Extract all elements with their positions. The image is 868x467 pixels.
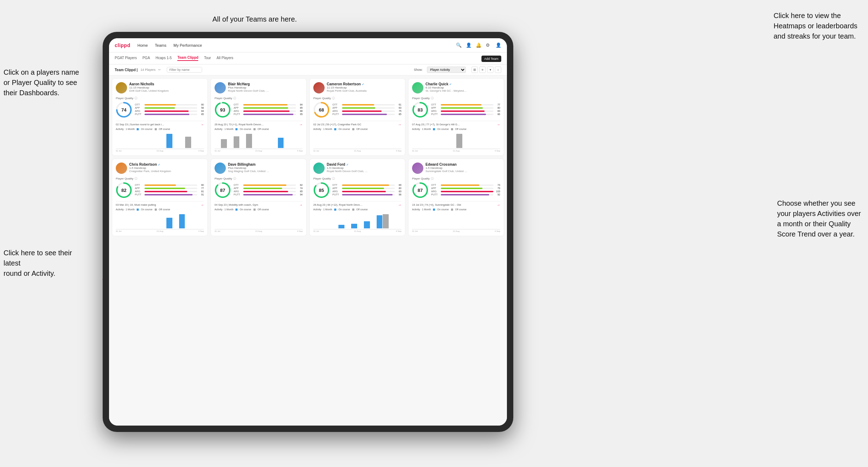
- user-icon[interactable]: 👤: [466, 42, 472, 48]
- quality-stats: OTT 61 APP 63 ARG 75 PUTT 85: [332, 103, 401, 116]
- player-name[interactable]: Blair McHarg: [228, 82, 303, 86]
- quality-content[interactable]: 87 OTT 82 APP 74 ARG 85: [215, 182, 303, 198]
- player-handicap: Plus Handicap: [228, 86, 303, 89]
- latest-round[interactable]: 02 Jul 23 | 59 (+17), Craigmillar Park G…: [313, 121, 401, 126]
- round-arrow-icon[interactable]: →: [299, 123, 303, 126]
- quality-content[interactable]: 82 OTT 60 APP 77 ARG 81: [116, 182, 204, 198]
- latest-round[interactable]: 04 Sep 23 | Mobility with coach, Gym →: [215, 201, 303, 207]
- quality-circle[interactable]: 87: [412, 182, 428, 198]
- round-arrow-icon[interactable]: →: [299, 203, 303, 207]
- round-arrow-icon[interactable]: →: [497, 203, 500, 207]
- sub-nav-pgat[interactable]: PGAT Players: [115, 56, 137, 61]
- player-card[interactable]: Charlie Quick ✓ 6-10 Handicap St. George…: [408, 78, 504, 156]
- player-name[interactable]: Charlie Quick ✓: [426, 82, 500, 86]
- player-club: Sunningdale Golf Club, United Kingdom: [426, 170, 468, 173]
- chart-date: 21 Aug: [354, 230, 361, 232]
- on-course-dot: [235, 128, 238, 130]
- quality-circle[interactable]: 68: [313, 102, 330, 118]
- quality-circle[interactable]: 74: [116, 102, 132, 118]
- quality-circle[interactable]: 93: [215, 102, 231, 118]
- player-info: David Ford ✓ 1-5 Handicap Royal North De…: [327, 163, 401, 173]
- round-arrow-icon[interactable]: →: [497, 123, 500, 126]
- quality-label: Player Quality ⓘ: [313, 177, 401, 181]
- latest-round[interactable]: 19 Jul 23 | 74 (+4), Sunningdale GC - Ol…: [412, 201, 500, 207]
- player-name[interactable]: Edward Crossman: [426, 163, 500, 166]
- activity-header: Activity · 1 Month On course Off course: [116, 128, 204, 130]
- player-card[interactable]: Dave Billingham Plus Handicap Sog Maging…: [211, 159, 307, 236]
- view-icons: ⊞ ≡ ▾ ↕: [472, 67, 501, 73]
- quality-circle[interactable]: 82: [116, 182, 132, 198]
- sort-btn[interactable]: ↕: [495, 67, 501, 73]
- on-course-dot: [433, 128, 435, 130]
- nav-item-home[interactable]: Home: [137, 43, 148, 47]
- quality-circle[interactable]: 83: [412, 102, 428, 118]
- player-club: Royal North Devon Golf Club, United Kit.…: [327, 170, 369, 173]
- latest-round[interactable]: 03 Mar 23 | 19, Must make putting →: [116, 201, 204, 207]
- grid-view-btn[interactable]: ⊞: [472, 67, 478, 73]
- sub-nav-tour[interactable]: Tour: [204, 56, 211, 61]
- player-name[interactable]: David Ford ✓: [327, 163, 401, 166]
- latest-round[interactable]: 26 Aug 23 | 73 (+1), Royal North Devon G…: [215, 121, 303, 126]
- chart-dates: 31 Jul21 Aug4 Sep: [215, 230, 303, 232]
- quality-content[interactable]: 68 OTT 61 APP 63 ARG 75: [313, 102, 401, 118]
- activity-section: Activity · 1 Month On course Off course …: [116, 208, 204, 232]
- round-arrow-icon[interactable]: →: [398, 123, 401, 126]
- player-handicap: 6-10 Handicap: [426, 86, 500, 89]
- annotation-player-name: Click on a players nameor Player Quality…: [4, 67, 79, 98]
- sub-nav-pga[interactable]: PGA: [142, 56, 150, 61]
- sub-nav-team-clippd[interactable]: Team Clippd: [177, 56, 198, 61]
- player-card[interactable]: Blair McHarg Plus Handicap Royal North D…: [211, 78, 307, 156]
- latest-round[interactable]: 02 Sep 23 | Sunrise round to get back in…: [116, 121, 204, 126]
- sub-nav-all-players[interactable]: All Players: [217, 56, 233, 61]
- edit-icon[interactable]: ✏: [158, 68, 161, 72]
- show-select[interactable]: Player Activity Quality Score Trend: [427, 67, 466, 73]
- round-arrow-icon[interactable]: →: [200, 123, 204, 126]
- chart-date: 4 Sep: [495, 150, 500, 152]
- quality-content[interactable]: 83 OTT 77 APP 80 ARG 83: [412, 102, 500, 118]
- show-label: Show:: [414, 68, 423, 72]
- quality-label: Player Quality ⓘ: [215, 177, 303, 181]
- player-card[interactable]: David Ford ✓ 1-5 Handicap Royal North De…: [309, 159, 405, 236]
- player-card[interactable]: Chris Robertson ✓ 1-5 Handicap Craigmill…: [112, 159, 208, 236]
- player-name[interactable]: Cameron Robertson ✓: [327, 82, 401, 86]
- latest-round[interactable]: 07 Aug 23 | 77 (+7), St George's Hill GC…: [412, 121, 500, 126]
- nav-item-teams[interactable]: Teams: [155, 43, 166, 47]
- avatar-icon[interactable]: 👤: [496, 42, 501, 48]
- quality-content[interactable]: 74 OTT 60 APP 58 ARG 84: [116, 102, 204, 118]
- avatar: [215, 82, 226, 93]
- list-view-btn[interactable]: ≡: [479, 67, 486, 73]
- quality-number: 83: [418, 107, 423, 113]
- quality-circle[interactable]: 85: [313, 182, 330, 198]
- player-card[interactable]: Edward Crossman 1-5 Handicap Sunningdale…: [408, 159, 504, 236]
- nav-item-performance[interactable]: My Performance: [173, 43, 202, 47]
- quality-circle[interactable]: 87: [215, 182, 231, 198]
- player-name[interactable]: Dave Billingham: [228, 163, 303, 166]
- player-card[interactable]: Aaron Nicholls 11-15 Handicap Drift Golf…: [112, 78, 208, 156]
- quality-label: Player Quality ⓘ: [412, 177, 500, 181]
- round-arrow-icon[interactable]: →: [398, 203, 401, 207]
- avatar: [313, 163, 325, 174]
- round-arrow-icon[interactable]: →: [200, 203, 204, 207]
- add-team-button[interactable]: Add Team: [481, 56, 501, 62]
- bell-icon[interactable]: 🔔: [476, 42, 481, 48]
- chart-date: 31 Jul: [412, 230, 418, 232]
- player-card[interactable]: Cameron Robertson ✓ 11-15 Handicap Royal…: [309, 78, 405, 156]
- settings-icon[interactable]: ⚙: [486, 42, 491, 48]
- nav-bar: clippd Home Teams My Performance 🔍 👤 🔔 ⚙…: [109, 38, 507, 52]
- sub-nav-hcaps[interactable]: Hcaps 1-5: [156, 56, 172, 61]
- player-name[interactable]: Aaron Nicholls: [129, 82, 204, 86]
- chart-dates: 31 Jul21 Aug4 Sep: [313, 150, 401, 152]
- quality-content[interactable]: 87 OTT 73 APP 79 ARG 103: [412, 182, 500, 198]
- player-name[interactable]: Chris Robertson ✓: [129, 163, 204, 166]
- content-area[interactable]: Aaron Nicholls 11-15 Handicap Drift Golf…: [109, 75, 507, 426]
- activity-section: Activity · 1 Month On course Off course …: [412, 128, 500, 152]
- quality-content[interactable]: 93 OTT 84 APP 85 ARG 88: [215, 102, 303, 118]
- player-header: Cameron Robertson ✓ 11-15 Handicap Royal…: [313, 82, 401, 93]
- filter-btn[interactable]: ▾: [487, 67, 493, 73]
- quality-content[interactable]: 85 OTT 89 APP 80 ARG 83: [313, 182, 401, 198]
- quality-label: Player Quality ⓘ: [412, 96, 500, 100]
- search-icon[interactable]: 🔍: [456, 42, 462, 48]
- latest-round[interactable]: 26 Aug 23 | 84 (+12), Royal North Devon …: [313, 201, 401, 207]
- filter-input[interactable]: [167, 67, 202, 73]
- avatar: [412, 82, 423, 93]
